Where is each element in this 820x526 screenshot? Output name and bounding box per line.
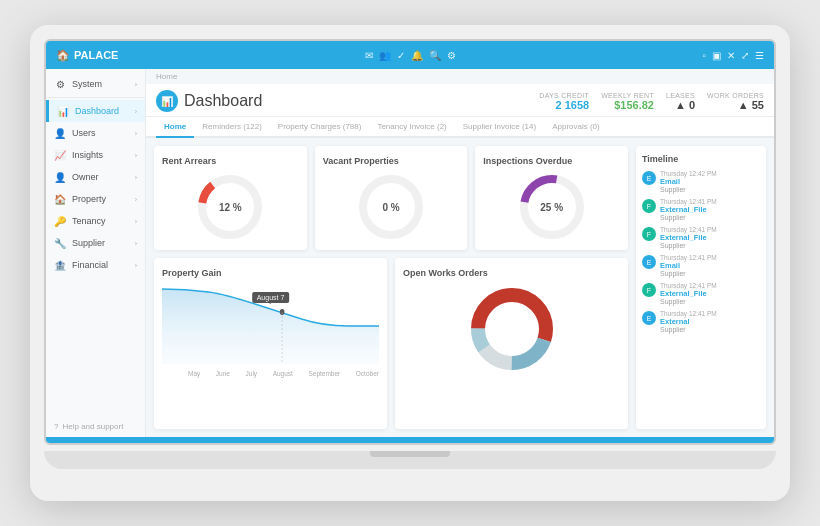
page-title: Dashboard xyxy=(184,92,262,110)
alerts-icon[interactable]: 🔔 xyxy=(411,50,423,61)
app-logo: 🏠 PALACE xyxy=(56,49,118,62)
x-label-june: June xyxy=(216,370,230,377)
insights-icon: 📈 xyxy=(54,149,66,161)
timeline-item-3: E Thursday 12:41 PM Email Supplier xyxy=(642,254,760,277)
users-icon[interactable]: 👥 xyxy=(379,50,391,61)
maximize-icon[interactable]: ▣ xyxy=(712,50,721,61)
works-orders-chart xyxy=(403,284,620,374)
sidebar-label-supplier: Supplier xyxy=(72,238,105,248)
tab-supplier-invoice[interactable]: Supplier Invoice (14) xyxy=(455,117,544,138)
timeline-sub-0: Supplier xyxy=(660,186,760,193)
tab-tenancy-invoice[interactable]: Tenancy Invoice (2) xyxy=(369,117,454,138)
vacant-label: 0 % xyxy=(382,202,399,213)
sidebar-help[interactable]: ? Help and support xyxy=(46,416,145,437)
sidebar-item-owner[interactable]: 👤 Owner › xyxy=(46,166,145,188)
timeline-info-4: Thursday 12:41 PM External_File Supplier xyxy=(660,282,760,305)
owner-icon: 👤 xyxy=(54,171,66,183)
timeline-sub-5: Supplier xyxy=(660,326,760,333)
close-icon[interactable]: ✕ xyxy=(727,50,735,61)
sidebar-item-supplier[interactable]: 🔧 Supplier › xyxy=(46,232,145,254)
sidebar-label-owner: Owner xyxy=(72,172,99,182)
sidebar-item-financial[interactable]: 🏦 Financial › xyxy=(46,254,145,276)
timeline-dot-4: F xyxy=(642,283,656,297)
bottom-bar xyxy=(46,437,774,443)
sidebar-label-dashboard: Dashboard xyxy=(75,106,119,116)
timeline-time-4: Thursday 12:41 PM xyxy=(660,282,760,289)
work-orders-label: WORK ORDERS xyxy=(707,92,764,99)
vacant-donut: 0 % xyxy=(356,172,426,242)
sidebar-item-users[interactable]: 👤 Users › xyxy=(46,122,145,144)
work-orders-value: ▲ 55 xyxy=(707,99,764,111)
dashboard-left: Rent Arrears 12 % xyxy=(154,146,628,429)
sidebar-label-financial: Financial xyxy=(72,260,108,270)
inspections-title: Inspections Overdue xyxy=(483,156,620,166)
search-icon[interactable]: 🔍 xyxy=(429,50,441,61)
days-credit-value: 2 1658 xyxy=(539,99,589,111)
messages-icon[interactable]: ✉ xyxy=(365,50,373,61)
timeline-info-1: Thursday 12:41 PM External_File Supplier xyxy=(660,198,760,221)
timeline-time-3: Thursday 12:41 PM xyxy=(660,254,760,261)
users-nav-icon: 👤 xyxy=(54,127,66,139)
laptop-frame: 🏠 PALACE ✉ 👥 ✓ 🔔 🔍 ⚙ ▫ ▣ ✕ ⤢ ☰ xyxy=(30,25,790,501)
property-gain-chart: 0 -100 -200 -300 -400 xyxy=(162,284,379,364)
sidebar-item-dashboard[interactable]: 📊 Dashboard › xyxy=(46,100,145,122)
days-credit-label: DAYS CREDIT xyxy=(539,92,589,99)
menu-icon[interactable]: ☰ xyxy=(755,50,764,61)
dashboard-icon: 📊 xyxy=(57,105,69,117)
leases-value: ▲ 0 xyxy=(666,99,695,111)
timeline-info-2: Thursday 12:41 PM External_File Supplier xyxy=(660,226,760,249)
dashboard-grid: Rent Arrears 12 % xyxy=(146,138,774,437)
sidebar-item-property[interactable]: 🏠 Property › xyxy=(46,188,145,210)
property-gain-title: Property Gain xyxy=(162,268,379,278)
chevron-right-icon: › xyxy=(135,81,137,88)
dashboard-title-icon: 📊 xyxy=(156,90,178,112)
inspections-label: 25 % xyxy=(540,202,563,213)
timeline-type-3: Email xyxy=(660,261,760,270)
sidebar-item-insights[interactable]: 📈 Insights › xyxy=(46,144,145,166)
chevron-right-icon-ten: › xyxy=(135,218,137,225)
expand-icon[interactable]: ⤢ xyxy=(741,50,749,61)
timeline-item-2: F Thursday 12:41 PM External_File Suppli… xyxy=(642,226,760,249)
tab-reminders[interactable]: Reminders (122) xyxy=(194,117,270,138)
rent-arrears-chart: 12 % xyxy=(162,172,299,242)
timeline-type-0: Email xyxy=(660,177,760,186)
open-works-title: Open Works Orders xyxy=(403,268,620,278)
tab-property-charges[interactable]: Property Charges (788) xyxy=(270,117,370,138)
rent-arrears-card: Rent Arrears 12 % xyxy=(154,146,307,250)
chevron-right-icon-fin: › xyxy=(135,262,137,269)
tab-approvals[interactable]: Approvals (0) xyxy=(544,117,608,138)
timeline-sub-2: Supplier xyxy=(660,242,760,249)
help-label: Help and support xyxy=(62,422,123,431)
laptop-base xyxy=(44,451,776,469)
stat-work-orders: WORK ORDERS ▲ 55 xyxy=(707,92,764,111)
tab-home[interactable]: Home xyxy=(156,117,194,138)
sidebar-item-tenancy[interactable]: 🔑 Tenancy › xyxy=(46,210,145,232)
breadcrumb: Home xyxy=(146,69,774,84)
open-works-orders-card: Open Works Orders xyxy=(395,258,628,429)
timeline-type-4: External_File xyxy=(660,289,760,298)
chevron-right-icon-prop: › xyxy=(135,196,137,203)
timeline-sub-3: Supplier xyxy=(660,270,760,277)
timeline-time-2: Thursday 12:41 PM xyxy=(660,226,760,233)
system-icon: ⚙ xyxy=(54,78,66,90)
tasks-icon[interactable]: ✓ xyxy=(397,50,405,61)
timeline-dot-0: E xyxy=(642,171,656,185)
sidebar-divider xyxy=(46,97,145,98)
timeline-dot-3: E xyxy=(642,255,656,269)
timeline-dot-2: F xyxy=(642,227,656,241)
page-title-area: 📊 Dashboard xyxy=(156,90,262,112)
settings-icon[interactable]: ⚙ xyxy=(447,50,456,61)
help-icon: ? xyxy=(54,422,58,431)
laptop-screen: 🏠 PALACE ✉ 👥 ✓ 🔔 🔍 ⚙ ▫ ▣ ✕ ⤢ ☰ xyxy=(44,39,776,445)
minimize-icon[interactable]: ▫ xyxy=(702,50,706,61)
x-label-september: September xyxy=(308,370,340,377)
sidebar-item-system[interactable]: ⚙ System › xyxy=(46,73,145,95)
logo-icon: 🏠 xyxy=(56,49,70,62)
x-label-august: August xyxy=(273,370,293,377)
timeline-sub-1: Supplier xyxy=(660,214,760,221)
top-navigation: 🏠 PALACE ✉ 👥 ✓ 🔔 🔍 ⚙ ▫ ▣ ✕ ⤢ ☰ xyxy=(46,41,774,69)
x-label-october: October xyxy=(356,370,379,377)
chevron-right-icon-sup: › xyxy=(135,240,137,247)
sidebar-label-system: System xyxy=(72,79,102,89)
timeline-info-3: Thursday 12:41 PM Email Supplier xyxy=(660,254,760,277)
